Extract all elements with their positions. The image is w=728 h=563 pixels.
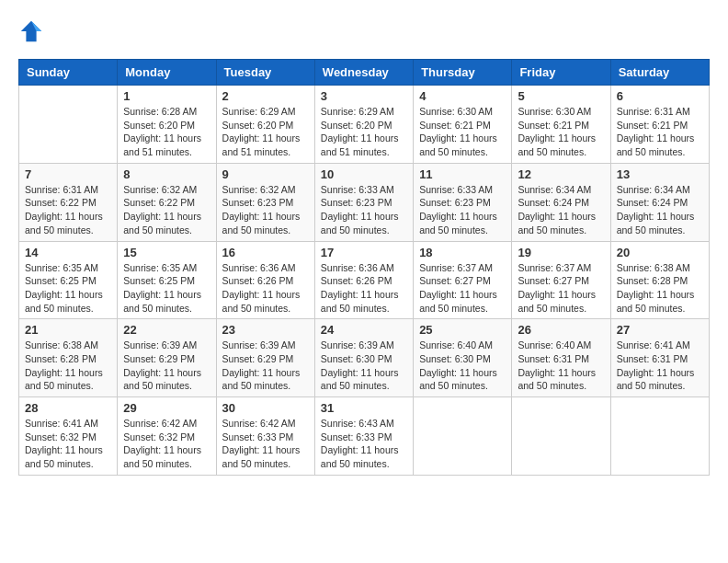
calendar-cell: 9Sunrise: 6:32 AM Sunset: 6:23 PM Daylig…	[216, 163, 314, 241]
calendar-cell: 13Sunrise: 6:34 AM Sunset: 6:24 PM Dayli…	[610, 163, 709, 241]
day-info: Sunrise: 6:32 AM Sunset: 6:22 PM Dayligh…	[123, 183, 210, 237]
day-info: Sunrise: 6:39 AM Sunset: 6:29 PM Dayligh…	[222, 339, 309, 393]
calendar-day-header: Friday	[512, 60, 610, 86]
day-number: 30	[222, 401, 309, 415]
calendar-cell: 8Sunrise: 6:32 AM Sunset: 6:22 PM Daylig…	[118, 163, 216, 241]
calendar-cell: 10Sunrise: 6:33 AM Sunset: 6:23 PM Dayli…	[314, 163, 413, 241]
day-number: 19	[518, 246, 604, 259]
calendar-cell: 6Sunrise: 6:31 AM Sunset: 6:21 PM Daylig…	[610, 86, 709, 164]
day-info: Sunrise: 6:39 AM Sunset: 6:30 PM Dayligh…	[321, 339, 407, 393]
calendar-cell: 15Sunrise: 6:35 AM Sunset: 6:25 PM Dayli…	[118, 241, 216, 319]
calendar-cell: 20Sunrise: 6:38 AM Sunset: 6:28 PM Dayli…	[610, 241, 709, 319]
day-number: 16	[222, 246, 309, 259]
day-info: Sunrise: 6:33 AM Sunset: 6:23 PM Dayligh…	[419, 183, 506, 237]
calendar-week-row: 7Sunrise: 6:31 AM Sunset: 6:22 PM Daylig…	[19, 163, 710, 241]
calendar-cell: 27Sunrise: 6:41 AM Sunset: 6:31 PM Dayli…	[610, 319, 709, 397]
day-number: 10	[321, 167, 407, 181]
calendar-day-header: Thursday	[414, 60, 512, 86]
day-info: Sunrise: 6:41 AM Sunset: 6:32 PM Dayligh…	[25, 417, 111, 471]
day-info: Sunrise: 6:41 AM Sunset: 6:31 PM Dayligh…	[617, 339, 703, 393]
day-number: 13	[617, 167, 703, 181]
day-number: 18	[419, 246, 506, 259]
day-number: 8	[123, 167, 210, 181]
day-info: Sunrise: 6:40 AM Sunset: 6:30 PM Dayligh…	[419, 339, 506, 393]
day-number: 6	[617, 89, 703, 103]
calendar-week-row: 28Sunrise: 6:41 AM Sunset: 6:32 PM Dayli…	[19, 397, 710, 476]
day-number: 12	[518, 167, 604, 181]
day-number: 23	[222, 323, 309, 337]
calendar-cell	[512, 397, 610, 476]
calendar-table: SundayMondayTuesdayWednesdayThursdayFrid…	[18, 59, 710, 476]
day-number: 29	[123, 401, 210, 415]
calendar-cell: 18Sunrise: 6:37 AM Sunset: 6:27 PM Dayli…	[414, 241, 512, 319]
day-number: 25	[419, 323, 506, 337]
calendar-cell: 19Sunrise: 6:37 AM Sunset: 6:27 PM Dayli…	[512, 241, 610, 319]
day-number: 21	[25, 323, 111, 337]
calendar-week-row: 14Sunrise: 6:35 AM Sunset: 6:25 PM Dayli…	[19, 241, 710, 319]
day-number: 3	[321, 89, 407, 103]
calendar-week-row: 21Sunrise: 6:38 AM Sunset: 6:28 PM Dayli…	[19, 319, 710, 397]
calendar-day-header: Sunday	[19, 60, 118, 86]
day-number: 15	[123, 246, 210, 259]
logo	[18, 18, 48, 44]
calendar-cell	[610, 397, 709, 476]
calendar-day-header: Monday	[118, 60, 216, 86]
day-info: Sunrise: 6:38 AM Sunset: 6:28 PM Dayligh…	[25, 339, 111, 393]
day-number: 14	[25, 246, 111, 259]
day-number: 31	[321, 401, 407, 415]
day-number: 22	[123, 323, 210, 337]
day-number: 4	[419, 89, 506, 103]
calendar-cell: 12Sunrise: 6:34 AM Sunset: 6:24 PM Dayli…	[512, 163, 610, 241]
day-info: Sunrise: 6:31 AM Sunset: 6:22 PM Dayligh…	[25, 183, 111, 237]
day-number: 9	[222, 167, 309, 181]
calendar-header-row: SundayMondayTuesdayWednesdayThursdayFrid…	[19, 60, 710, 86]
day-number: 7	[25, 167, 111, 181]
day-info: Sunrise: 6:42 AM Sunset: 6:33 PM Dayligh…	[222, 417, 309, 471]
day-info: Sunrise: 6:37 AM Sunset: 6:27 PM Dayligh…	[518, 261, 604, 316]
day-number: 1	[123, 89, 210, 103]
calendar-cell: 26Sunrise: 6:40 AM Sunset: 6:31 PM Dayli…	[512, 319, 610, 397]
calendar-cell: 23Sunrise: 6:39 AM Sunset: 6:29 PM Dayli…	[216, 319, 314, 397]
day-number: 11	[419, 167, 506, 181]
calendar-cell: 17Sunrise: 6:36 AM Sunset: 6:26 PM Dayli…	[314, 241, 413, 319]
day-info: Sunrise: 6:42 AM Sunset: 6:32 PM Dayligh…	[123, 417, 210, 471]
day-info: Sunrise: 6:40 AM Sunset: 6:31 PM Dayligh…	[518, 339, 604, 393]
day-info: Sunrise: 6:33 AM Sunset: 6:23 PM Dayligh…	[321, 183, 407, 237]
calendar-cell: 28Sunrise: 6:41 AM Sunset: 6:32 PM Dayli…	[19, 397, 118, 476]
day-info: Sunrise: 6:30 AM Sunset: 6:21 PM Dayligh…	[518, 105, 604, 159]
calendar-cell: 14Sunrise: 6:35 AM Sunset: 6:25 PM Dayli…	[19, 241, 118, 319]
day-info: Sunrise: 6:29 AM Sunset: 6:20 PM Dayligh…	[321, 105, 407, 159]
day-info: Sunrise: 6:34 AM Sunset: 6:24 PM Dayligh…	[617, 183, 703, 237]
day-info: Sunrise: 6:31 AM Sunset: 6:21 PM Dayligh…	[617, 105, 703, 159]
calendar-cell: 31Sunrise: 6:43 AM Sunset: 6:33 PM Dayli…	[314, 397, 413, 476]
calendar-day-header: Tuesday	[216, 60, 314, 86]
day-number: 17	[321, 246, 407, 259]
day-info: Sunrise: 6:32 AM Sunset: 6:23 PM Dayligh…	[222, 183, 309, 237]
calendar-cell: 25Sunrise: 6:40 AM Sunset: 6:30 PM Dayli…	[414, 319, 512, 397]
day-number: 2	[222, 89, 309, 103]
calendar-day-header: Wednesday	[314, 60, 413, 86]
day-info: Sunrise: 6:43 AM Sunset: 6:33 PM Dayligh…	[321, 417, 407, 471]
calendar-cell: 22Sunrise: 6:39 AM Sunset: 6:29 PM Dayli…	[118, 319, 216, 397]
day-number: 28	[25, 401, 111, 415]
day-info: Sunrise: 6:30 AM Sunset: 6:21 PM Dayligh…	[419, 105, 506, 159]
day-info: Sunrise: 6:36 AM Sunset: 6:26 PM Dayligh…	[222, 261, 309, 316]
logo-icon	[18, 18, 44, 44]
calendar-cell: 7Sunrise: 6:31 AM Sunset: 6:22 PM Daylig…	[19, 163, 118, 241]
calendar-cell: 24Sunrise: 6:39 AM Sunset: 6:30 PM Dayli…	[314, 319, 413, 397]
day-number: 24	[321, 323, 407, 337]
day-number: 5	[518, 89, 604, 103]
day-number: 20	[617, 246, 703, 259]
calendar-cell: 5Sunrise: 6:30 AM Sunset: 6:21 PM Daylig…	[512, 86, 610, 164]
day-info: Sunrise: 6:36 AM Sunset: 6:26 PM Dayligh…	[321, 261, 407, 316]
calendar-cell: 11Sunrise: 6:33 AM Sunset: 6:23 PM Dayli…	[414, 163, 512, 241]
calendar-cell: 2Sunrise: 6:29 AM Sunset: 6:20 PM Daylig…	[216, 86, 314, 164]
day-info: Sunrise: 6:35 AM Sunset: 6:25 PM Dayligh…	[25, 261, 111, 316]
day-number: 27	[617, 323, 703, 337]
calendar-cell: 30Sunrise: 6:42 AM Sunset: 6:33 PM Dayli…	[216, 397, 314, 476]
day-info: Sunrise: 6:28 AM Sunset: 6:20 PM Dayligh…	[123, 105, 210, 159]
calendar-cell: 3Sunrise: 6:29 AM Sunset: 6:20 PM Daylig…	[314, 86, 413, 164]
calendar-cell: 16Sunrise: 6:36 AM Sunset: 6:26 PM Dayli…	[216, 241, 314, 319]
day-info: Sunrise: 6:35 AM Sunset: 6:25 PM Dayligh…	[123, 261, 210, 316]
day-info: Sunrise: 6:38 AM Sunset: 6:28 PM Dayligh…	[617, 261, 703, 316]
